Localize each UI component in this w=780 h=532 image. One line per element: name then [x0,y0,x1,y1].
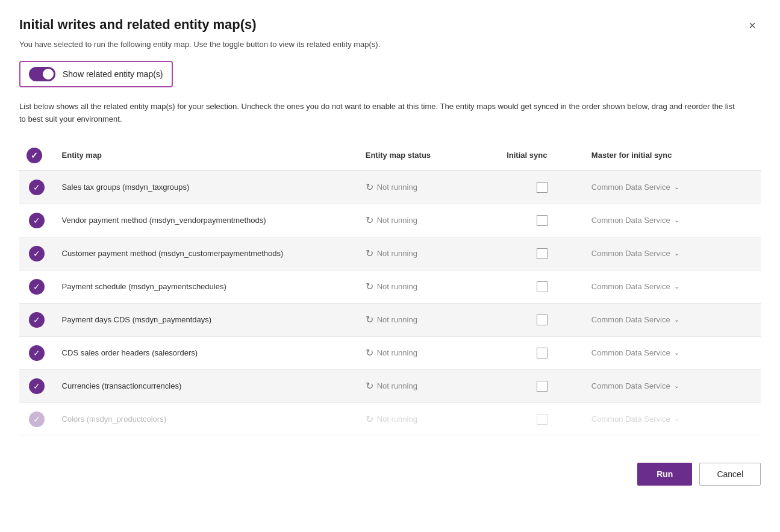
row-initial-sync-cell [499,303,584,336]
row-check-cell: ✓ [19,303,55,336]
row-master-cell: Common Data Service⌄ [584,270,761,303]
master-label: Common Data Service [591,348,670,357]
row-initial-sync-cell [499,204,584,237]
row-master-cell: Common Data Service⌄ [584,237,761,270]
row-status: ↻ Not running [358,336,499,369]
table-header-row: ✓ Entity map Entity map status Initial s… [19,143,761,171]
row-status: ↻ Not running [358,204,499,237]
row-master-dropdown[interactable]: Common Data Service⌄ [591,415,753,424]
toggle-section: Show related entity map(s) [19,61,173,87]
row-master-dropdown[interactable]: Common Data Service⌄ [591,216,753,225]
row-status: ↻ Not running [358,369,499,402]
row-initial-sync-cell [499,402,584,436]
row-master-cell: Common Data Service⌄ [584,171,761,204]
table-row: ✓Payment days CDS (msdyn_paymentdays)↻ N… [19,303,761,336]
row-check-icon[interactable]: ✓ [29,246,45,261]
close-button[interactable]: × [744,17,761,34]
row-check-cell: ✓ [19,369,55,402]
col-header-check: ✓ [19,143,55,171]
sync-icon: ↻ [366,314,373,325]
row-entity-map-name: Payment schedule (msdyn_paymentschedules… [55,270,358,303]
row-status: ↻ Not running [358,237,499,270]
row-master-dropdown[interactable]: Common Data Service⌄ [591,381,753,390]
row-entity-map-name: CDS sales order headers (salesorders) [55,336,358,369]
row-master-dropdown[interactable]: Common Data Service⌄ [591,348,753,357]
row-initial-sync-checkbox[interactable] [537,348,548,358]
run-button[interactable]: Run [637,463,692,486]
master-label: Common Data Service [591,282,670,291]
col-header-master: Master for initial sync [584,143,761,171]
master-label: Common Data Service [591,216,670,225]
sync-icon: ↻ [366,281,373,292]
col-header-entity-map: Entity map [55,143,358,171]
col-header-initial-sync: Initial sync [499,143,584,171]
chevron-down-icon: ⌄ [674,183,679,191]
status-icon: ↻ Not running [366,347,492,358]
row-initial-sync-checkbox[interactable] [537,215,548,226]
dialog-container: Initial writes and related entity map(s)… [0,0,780,532]
row-check-icon[interactable]: ✓ [29,345,45,361]
chevron-down-icon: ⌄ [674,283,679,290]
row-initial-sync-checkbox[interactable] [537,315,548,325]
master-label: Common Data Service [591,381,670,390]
row-initial-sync-checkbox[interactable] [537,281,548,292]
status-icon: ↻ Not running [366,314,492,325]
dialog-title: Initial writes and related entity map(s) [19,17,257,33]
row-initial-sync-cell [499,171,584,204]
row-initial-sync-checkbox[interactable] [537,414,548,425]
row-check-cell: ✓ [19,402,55,436]
entity-table: ✓ Entity map Entity map status Initial s… [19,143,761,436]
sync-icon: ↻ [366,181,373,193]
sync-icon: ↻ [366,413,373,425]
row-initial-sync-cell [499,270,584,303]
table-row: ✓Vendor payment method (msdyn_vendorpaym… [19,204,761,237]
row-status: ↻ Not running [358,303,499,336]
row-initial-sync-checkbox[interactable] [537,248,548,259]
table-row: ✓CDS sales order headers (salesorders)↻ … [19,336,761,369]
row-master-dropdown[interactable]: Common Data Service⌄ [591,249,753,258]
row-check-icon[interactable]: ✓ [29,412,45,427]
row-initial-sync-cell [499,369,584,402]
toggle-label: Show related entity map(s) [63,69,163,79]
row-check-icon[interactable]: ✓ [29,378,45,394]
row-master-cell: Common Data Service⌄ [584,303,761,336]
row-initial-sync-cell [499,336,584,369]
row-check-icon[interactable]: ✓ [29,279,45,295]
status-icon: ↻ Not running [366,214,492,226]
row-check-icon[interactable]: ✓ [29,180,45,195]
row-check-cell: ✓ [19,237,55,270]
status-icon: ↻ Not running [366,380,492,392]
cancel-button[interactable]: Cancel [699,463,761,486]
status-icon: ↻ Not running [366,413,492,425]
sync-icon: ↻ [366,380,373,392]
row-check-icon[interactable]: ✓ [29,213,45,228]
row-master-cell: Common Data Service⌄ [584,402,761,436]
dialog-header: Initial writes and related entity map(s)… [19,17,761,34]
row-entity-map-name: Colors (msdyn_productcolors) [55,402,358,436]
status-icon: ↻ Not running [366,248,492,259]
master-label: Common Data Service [591,183,670,192]
row-check-cell: ✓ [19,270,55,303]
row-entity-map-name: Payment days CDS (msdyn_paymentdays) [55,303,358,336]
row-entity-map-name: Vendor payment method (msdyn_vendorpayme… [55,204,358,237]
table-row: ✓Sales tax groups (msdyn_taxgroups)↻ Not… [19,171,761,204]
status-icon: ↻ Not running [366,181,492,193]
description-text: List below shows all the related entity … [19,101,742,126]
show-related-toggle[interactable] [29,67,55,81]
row-entity-map-name: Currencies (transactioncurrencies) [55,369,358,402]
row-master-dropdown[interactable]: Common Data Service⌄ [591,183,753,192]
row-initial-sync-checkbox[interactable] [537,381,548,392]
header-check-circle: ✓ [27,148,42,163]
row-master-dropdown[interactable]: Common Data Service⌄ [591,282,753,291]
chevron-down-icon: ⌄ [674,415,679,423]
sync-icon: ↻ [366,248,373,259]
row-initial-sync-checkbox[interactable] [537,182,548,193]
table-row: ✓Currencies (transactioncurrencies)↻ Not… [19,369,761,402]
row-master-cell: Common Data Service⌄ [584,369,761,402]
row-check-icon[interactable]: ✓ [29,312,45,328]
row-check-cell: ✓ [19,171,55,204]
row-status: ↻ Not running [358,270,499,303]
row-master-dropdown[interactable]: Common Data Service⌄ [591,315,753,324]
row-status: ↻ Not running [358,402,499,436]
row-status: ↻ Not running [358,171,499,204]
